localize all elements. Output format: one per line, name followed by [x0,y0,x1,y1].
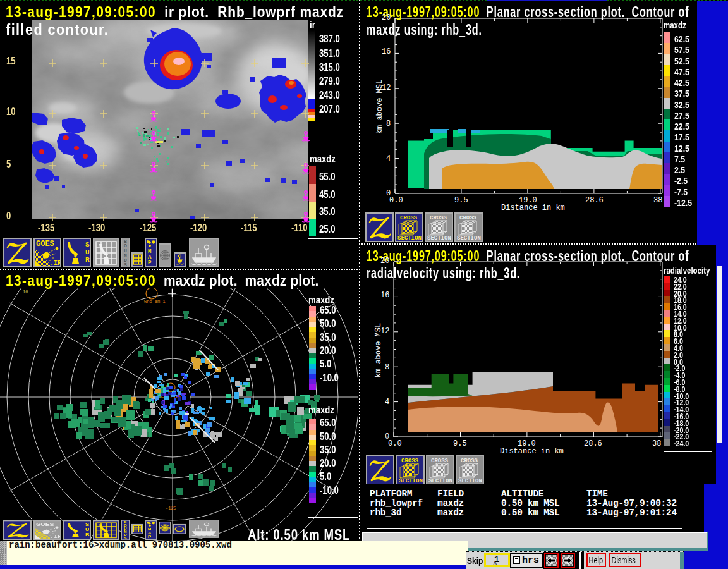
svg-text:R: R [85,532,90,538]
svg-text:-125: -125 [166,506,176,511]
svg-text:SECTION: SECTION [427,235,451,241]
svg-text:10: 10 [23,290,28,295]
svg-text:GOES: GOES [36,522,54,527]
svg-text:SECTION: SECTION [457,235,481,241]
svg-text:SECTION: SECTION [458,478,482,484]
svg-text:P: P [148,535,152,539]
svg-text:.IR: .IR [50,535,60,539]
svg-text:SECTION: SECTION [428,478,452,484]
svg-text:SECTION: SECTION [399,478,423,484]
svg-text:who-am-i: who-am-i [144,299,166,304]
svg-text:SECTION: SECTION [397,235,422,241]
